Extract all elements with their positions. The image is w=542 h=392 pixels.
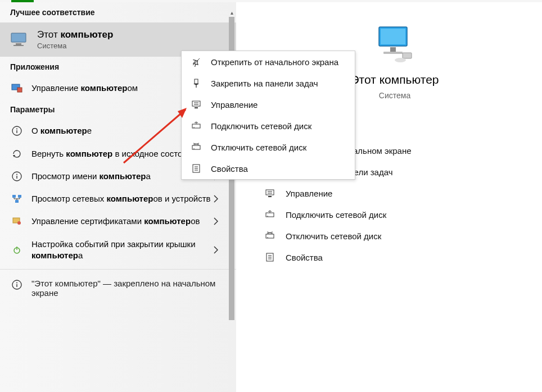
network-icon	[10, 194, 24, 204]
svg-rect-1	[16, 43, 21, 45]
svg-rect-47	[192, 101, 200, 106]
disconnect-drive-icon	[264, 231, 275, 241]
svg-point-54	[193, 148, 195, 149]
best-match-header: Лучшее соответствие	[0, 2, 236, 22]
settings-result-label: Настройка событий при закрытии крышки ко…	[31, 239, 226, 262]
best-match-subtitle: Система	[37, 42, 113, 50]
power-icon	[10, 245, 24, 255]
chevron-right-icon[interactable]	[214, 246, 218, 254]
info-icon	[10, 280, 24, 290]
svg-point-27	[395, 58, 406, 62]
menu-item-label: Отключить сетевой диск	[211, 143, 306, 152]
chevron-right-icon[interactable]	[214, 217, 218, 225]
context-menu-item[interactable]: Открепить от начального экрана	[182, 51, 355, 72]
settings-result[interactable]: Настройка событий при закрытии крышки ко…	[0, 233, 236, 267]
svg-point-35	[267, 216, 268, 217]
map-drive-icon	[191, 121, 202, 131]
svg-rect-31	[268, 196, 272, 197]
settings-result-label: О компьютере	[31, 125, 104, 136]
svg-rect-4	[17, 88, 22, 92]
context-menu-item[interactable]: Свойства	[182, 158, 355, 179]
menu-item-label: Управление	[211, 100, 258, 110]
context-menu: Открепить от начального экранаЗакрепить …	[181, 51, 355, 180]
manage-icon	[191, 99, 202, 110]
preview-action[interactable]: Отключить сетевой диск	[264, 225, 542, 247]
menu-item-label: Свойства	[211, 164, 248, 174]
svg-rect-26	[403, 53, 412, 58]
cert-icon	[10, 216, 24, 226]
action-label: альном экране	[353, 146, 412, 156]
properties-icon	[191, 163, 202, 174]
best-match-title: Этот компьютер	[37, 29, 113, 40]
manage-computer-icon	[10, 83, 24, 94]
svg-point-37	[267, 237, 268, 238]
settings-result[interactable]: Управление сертификатами компьютеров	[0, 210, 236, 233]
preview-action-label: Свойства	[286, 253, 323, 262]
svg-point-16	[17, 221, 21, 225]
svg-rect-14	[15, 200, 19, 203]
this-pc-icon	[10, 32, 29, 48]
svg-rect-36	[266, 234, 274, 238]
reset-icon	[10, 149, 24, 159]
context-menu-item[interactable]: Подключить сетевой диск	[182, 115, 355, 136]
info-icon	[10, 171, 24, 181]
manage-icon	[264, 188, 275, 198]
preview-action-label: Отключить сетевой диск	[286, 231, 381, 241]
preview-action-label: Управление	[286, 189, 332, 198]
svg-rect-34	[266, 213, 274, 217]
menu-item-label: Подключить сетевой диск	[211, 121, 311, 131]
pin-taskbar-icon	[191, 78, 202, 88]
svg-rect-2	[13, 45, 24, 46]
svg-rect-7	[16, 130, 17, 133]
map-drive-icon	[264, 209, 275, 220]
svg-point-6	[16, 129, 17, 130]
svg-rect-45	[195, 79, 198, 84]
preview-action[interactable]: Свойства	[264, 247, 542, 268]
svg-rect-23	[381, 29, 405, 44]
scroll-up-icon[interactable]: ▴	[228, 10, 235, 16]
svg-rect-51	[192, 124, 200, 128]
svg-point-20	[16, 282, 17, 284]
unpin-icon	[191, 57, 202, 67]
svg-point-52	[193, 127, 195, 128]
svg-rect-18	[16, 247, 17, 250]
pinned-footnote: "Этот компьютер" — закреплено на начальн…	[0, 272, 236, 304]
preview-action[interactable]: Управление	[264, 183, 542, 204]
svg-point-10	[16, 174, 17, 175]
preview-action[interactable]: Подключить сетевой диск	[264, 204, 542, 225]
context-menu-item[interactable]: Отключить сетевой диск	[182, 136, 355, 158]
menu-item-label: Открепить от начального экрана	[211, 57, 338, 67]
settings-result-label: Просмотр имени компьютера	[31, 171, 163, 182]
properties-icon	[264, 252, 275, 262]
settings-result-label: Просмотр сетевых компьютеров и устройств	[31, 193, 223, 204]
svg-rect-24	[390, 47, 396, 52]
footnote-text: "Этот компьютер" — закреплено на начальн…	[31, 279, 226, 298]
menu-item-label: Закрепить на панели задач	[211, 79, 318, 88]
svg-rect-30	[266, 190, 274, 195]
settings-result-label: Управление сертификатами компьютеров	[31, 216, 212, 227]
info-icon	[10, 126, 24, 136]
disconnect-drive-icon	[191, 142, 202, 152]
svg-rect-48	[195, 107, 198, 108]
svg-rect-13	[18, 195, 21, 198]
app-result-label: Управление компьютером	[31, 83, 150, 94]
svg-rect-53	[192, 145, 200, 149]
chevron-right-icon[interactable]	[214, 195, 218, 203]
context-menu-item[interactable]: Управление	[182, 94, 355, 115]
svg-rect-11	[16, 176, 17, 179]
svg-rect-25	[383, 52, 403, 54]
svg-rect-12	[12, 195, 16, 198]
context-menu-item[interactable]: Закрепить на панели задач	[182, 72, 355, 94]
svg-rect-0	[11, 33, 26, 42]
svg-rect-21	[16, 284, 17, 287]
settings-result[interactable]: Просмотр сетевых компьютеров и устройств	[0, 188, 236, 210]
preview-action-label: Подключить сетевой диск	[286, 210, 386, 220]
